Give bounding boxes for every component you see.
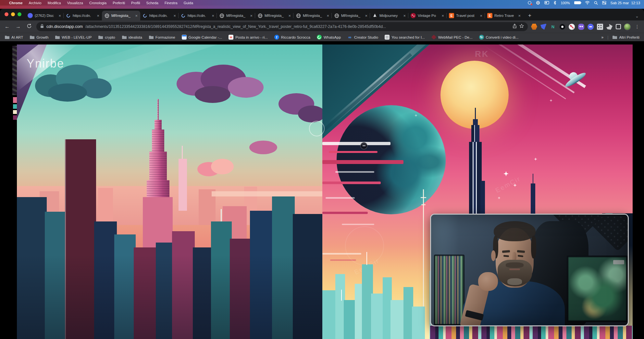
bookmark-8[interactable]: MPosta in arrivo - ri... xyxy=(229,35,268,40)
bookmark-12[interactable]: You searched for I... xyxy=(385,35,425,40)
close-icon[interactable]: × xyxy=(326,14,329,18)
antenna-crossbar xyxy=(421,197,426,198)
bookmark-3[interactable]: WEB - LEVEL-UP xyxy=(55,35,92,40)
tab-11[interactable]: Vintage Po× xyxy=(408,11,447,20)
menubar-item-guida[interactable]: Guida xyxy=(184,1,193,5)
close-icon[interactable]: × xyxy=(58,14,61,18)
control-center-icon[interactable] xyxy=(602,1,606,5)
sparkle xyxy=(550,99,552,102)
poster-image-left[interactable]: Ynirbe xyxy=(17,44,322,339)
bird-extension-icon[interactable] xyxy=(606,24,613,30)
back-button[interactable]: ← xyxy=(3,24,11,30)
notion-extension-icon[interactable]: N xyxy=(550,24,556,30)
spaceship xyxy=(561,67,589,92)
bookmark-11[interactable]: ∞Creator Studio xyxy=(347,35,378,40)
menubar-item-scheda[interactable]: Scheda xyxy=(146,1,158,5)
target-icon[interactable] xyxy=(536,1,540,5)
bookmark-4[interactable]: crypto xyxy=(98,35,115,40)
menubar-item-chrome[interactable]: Chrome xyxy=(9,1,23,5)
tab-13[interactable]: ERetro Trave× xyxy=(485,11,523,20)
chrome-menu-icon[interactable]: ⋮ xyxy=(634,24,641,29)
close-icon[interactable]: × xyxy=(518,14,521,18)
bookmark-10[interactable]: WhatsApp xyxy=(317,35,341,40)
tab-5[interactable]: https://cdn.× xyxy=(179,11,217,20)
cloud xyxy=(195,86,230,103)
share-icon[interactable] xyxy=(513,24,517,30)
tab-2[interactable]: https://cdn.× xyxy=(64,11,102,20)
city-stripe-band xyxy=(430,326,633,339)
tab-list-chevron-icon[interactable]: ⌄ xyxy=(635,14,641,19)
tab-8[interactable]: MRregista_× xyxy=(293,11,332,20)
close-icon[interactable]: × xyxy=(211,14,215,18)
tab-9[interactable]: MRregista_× xyxy=(332,11,370,20)
close-icon[interactable]: × xyxy=(173,14,176,18)
menubar-item-cronologia[interactable]: Cronologia xyxy=(89,1,106,5)
close-window-button[interactable] xyxy=(5,12,8,16)
zoom-window-button[interactable] xyxy=(18,12,21,16)
tab-label: Midjourney xyxy=(379,14,401,18)
wifi-icon[interactable] xyxy=(585,1,590,5)
tabs: (2762) Disc×https://cdn.×MRregista_×http… xyxy=(25,9,523,20)
close-icon[interactable]: × xyxy=(250,14,253,18)
bookmarks-overflow-chevron[interactable]: » xyxy=(601,35,604,40)
minimize-window-button[interactable] xyxy=(11,12,15,16)
menubar-item-profili[interactable]: Profili xyxy=(131,1,140,5)
bookmark-5[interactable]: idealista xyxy=(122,35,142,40)
bookmark-2[interactable]: Growth xyxy=(30,35,48,40)
tower-antenna xyxy=(475,108,476,120)
menubar-item-archivio[interactable]: Archivio xyxy=(29,1,42,5)
display-icon[interactable] xyxy=(544,1,549,5)
bluetooth-icon[interactable] xyxy=(553,1,556,5)
bookmark-14[interactable]: ↻Converti i video di... xyxy=(479,35,519,40)
other-bookmarks-folder[interactable]: Altri Preferiti xyxy=(612,35,639,40)
metamask-extension-icon[interactable] xyxy=(531,24,537,30)
desktop-wallpaper-strip xyxy=(0,6,644,9)
bookmark-13[interactable]: WebMail PEC - De... xyxy=(431,35,473,40)
vintage-favicon-icon xyxy=(411,13,416,18)
globe-favicon-icon xyxy=(334,13,339,18)
bookmark-1[interactable]: AI ART xyxy=(5,35,23,40)
distant-building xyxy=(98,188,113,225)
screen-record-icon[interactable] xyxy=(527,1,532,5)
ghost-extension-icon[interactable] xyxy=(578,24,584,30)
tab-6[interactable]: MRregista_× xyxy=(217,11,255,20)
close-icon[interactable]: × xyxy=(96,14,100,18)
whatsapp-icon xyxy=(317,35,322,40)
forward-button[interactable]: → xyxy=(14,24,22,30)
new-tab-button[interactable]: + xyxy=(526,12,534,19)
menubar-item-preferiti[interactable]: Preferiti xyxy=(113,1,125,5)
discord-extension-icon[interactable] xyxy=(588,24,594,30)
bookmark-6[interactable]: Formazione xyxy=(149,35,175,40)
menubar-item-finestra[interactable]: Finestra xyxy=(165,1,178,5)
grid-extension-icon[interactable] xyxy=(597,24,603,30)
dark-circle-extension-icon[interactable] xyxy=(559,24,565,30)
close-icon[interactable]: × xyxy=(441,14,444,18)
menubar-item-visualizza[interactable]: Visualizza xyxy=(67,1,83,5)
bookmark-star-icon[interactable] xyxy=(519,24,524,30)
tab-12[interactable]: ETravel post× xyxy=(447,11,485,20)
reload-button[interactable] xyxy=(25,23,33,30)
key-extension-icon[interactable] xyxy=(569,24,575,30)
close-icon[interactable]: × xyxy=(135,14,138,18)
omnibox[interactable]: cdn.discordapp.com /attachments/10135123… xyxy=(36,22,528,31)
close-icon[interactable]: × xyxy=(288,14,291,18)
close-icon[interactable]: × xyxy=(479,14,483,18)
bookmark-7[interactable]: Google Calendar -... xyxy=(182,35,222,40)
close-icon[interactable]: × xyxy=(403,14,406,18)
spotlight-search-icon[interactable] xyxy=(594,1,598,5)
close-icon[interactable]: × xyxy=(365,14,368,18)
tab-7[interactable]: MRregista_× xyxy=(255,11,293,20)
tab-4[interactable]: https://cdn.× xyxy=(140,11,179,20)
tab-1[interactable]: (2762) Disc× xyxy=(25,11,64,20)
seam-ring-watermark xyxy=(309,121,325,136)
menubar-item-modifica[interactable]: Modifica xyxy=(48,1,61,5)
bookmark-9[interactable]: fRiccardo Scrocca xyxy=(274,35,310,40)
tab-10[interactable]: Midjourney× xyxy=(370,11,408,20)
bookmarks-bar: AI ARTGrowthWEB - LEVEL-UPcryptoidealist… xyxy=(0,33,644,41)
wing-extension-icon[interactable] xyxy=(540,24,547,30)
frame-extension-icon[interactable] xyxy=(616,24,621,29)
avatar-extension-icon[interactable] xyxy=(624,24,630,30)
tab-3[interactable]: MRregista_× xyxy=(102,11,140,20)
record-badge xyxy=(531,4,532,5)
tab-strip: (2762) Disc×https://cdn.×MRregista_×http… xyxy=(0,9,644,20)
